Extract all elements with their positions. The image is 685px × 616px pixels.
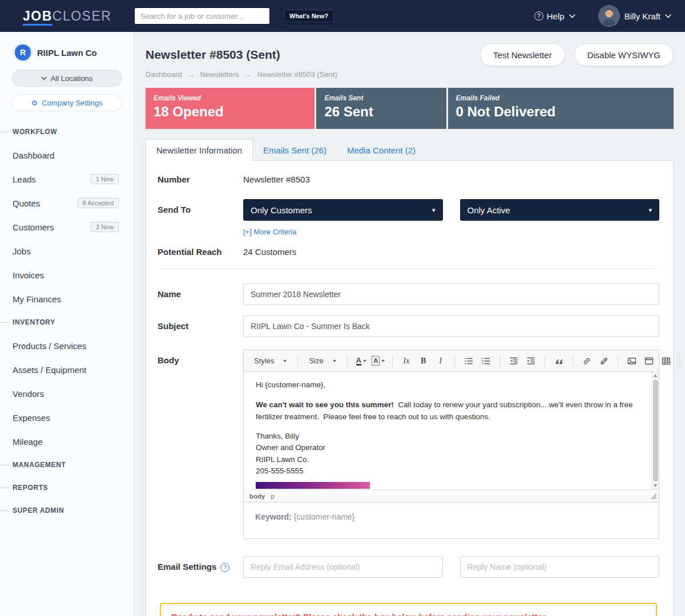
insert-image-button[interactable] <box>624 354 639 368</box>
numbered-list-icon <box>464 356 473 366</box>
caret-down-icon <box>333 360 336 362</box>
sidebar-item-expenses[interactable]: Expenses <box>0 406 134 429</box>
italic-button[interactable]: I <box>433 354 448 368</box>
insert-table-button[interactable] <box>659 354 674 368</box>
sidebar-item-jobs[interactable]: Jobs <box>0 239 134 263</box>
body-label: Body <box>158 350 243 539</box>
increase-indent-button[interactable] <box>523 354 538 368</box>
test-newsletter-button[interactable]: Test Newsletter <box>480 43 565 66</box>
scroll-down-icon[interactable] <box>652 482 659 489</box>
potential-reach-value: 24 Customers <box>243 247 659 257</box>
link-button[interactable] <box>579 354 594 368</box>
gear-icon: ⚙ <box>31 99 38 107</box>
chevron-down-icon <box>41 76 47 80</box>
send-to-select[interactable]: Only Customers ▾ <box>243 199 443 221</box>
bold-button[interactable]: B <box>416 354 431 368</box>
path-body[interactable]: body <box>249 493 265 500</box>
breadcrumb-newsletters[interactable]: Newsletters <box>200 70 239 79</box>
decrease-indent-button[interactable] <box>506 354 521 368</box>
all-locations-dropdown[interactable]: All Locations <box>11 70 122 87</box>
toolbar-separator <box>392 355 393 367</box>
help-question-icon[interactable]: ? <box>220 563 229 572</box>
send-to-row: Send To Only Customers ▾ Only Active ▾ [… <box>158 199 659 237</box>
editor-bold-text: We can't wait to see you this summer! <box>256 400 394 409</box>
tab-emails-sent[interactable]: Emails Sent (26) <box>253 140 337 160</box>
user-name[interactable]: Billy Kraft <box>624 11 660 21</box>
background-color-button[interactable]: A <box>371 354 386 368</box>
styles-dropdown[interactable]: Styles <box>248 356 292 365</box>
signature-line: Owner and Operator <box>256 442 642 453</box>
breadcrumb-dashboard[interactable]: Dashboard <box>146 70 182 79</box>
bullet-list-icon <box>481 356 490 366</box>
stat-emails-viewed: Emails Viewed 18 Opened <box>146 88 315 129</box>
body-row: Body Styles Size <box>158 350 659 539</box>
scrollbar-thumb[interactable] <box>653 380 658 481</box>
unlink-button[interactable] <box>597 354 611 368</box>
unlink-icon <box>599 356 609 366</box>
global-search-input[interactable] <box>134 7 270 25</box>
editor-status-bar: bodyp <box>244 489 659 502</box>
tab-media-content[interactable]: Media Content (2) <box>337 140 426 160</box>
whats-new-button[interactable]: What's New? <box>284 10 334 22</box>
reply-name-input[interactable] <box>460 556 660 578</box>
reply-email-input[interactable] <box>243 556 443 578</box>
stats-bar: Emails Viewed 18 Opened Emails Sent 26 S… <box>146 88 674 129</box>
send-warning-banner: Ready to send your newsletter? Please ch… <box>160 603 657 616</box>
signature-line: Thanks, Billy <box>256 431 642 442</box>
chevron-down-icon <box>665 14 671 18</box>
sidebar-item-dashboard[interactable]: Dashboard <box>0 143 134 167</box>
sidebar-nav: WORKFLOW Dashboard Leads1 New Quotes8 Ac… <box>0 120 134 522</box>
nav-section-management[interactable]: MANAGEMENT <box>0 453 134 476</box>
editor-toolbar: Styles Size A <box>244 350 659 372</box>
text-color-button[interactable]: A <box>354 354 369 368</box>
sidebar-item-vendors[interactable]: Vendors <box>0 382 134 406</box>
logo-light: CLOSER <box>53 9 112 23</box>
breadcrumb-current: Newsletter #8503 (Sent) <box>257 70 337 79</box>
app-logo[interactable]: JOBCLOSER <box>23 9 111 26</box>
newsletter-subject-input[interactable] <box>243 315 659 337</box>
insert-embed-button[interactable] <box>642 354 656 368</box>
more-criteria-link[interactable]: [+] More Criteria <box>243 228 297 236</box>
remove-format-button[interactable]: Ix <box>399 354 414 368</box>
sidebar-item-products-services[interactable]: Products / Services <box>0 334 134 358</box>
caret-down-icon <box>381 360 385 362</box>
send-to-label: Send To <box>158 199 243 237</box>
tabs: Newsletter Information Emails Sent (26) … <box>146 139 674 160</box>
sidebar-item-quotes[interactable]: Quotes8 Accepted <box>0 191 134 215</box>
sidebar-item-leads[interactable]: Leads1 New <box>0 167 134 191</box>
help-menu[interactable]: ? Help <box>534 11 575 21</box>
company-settings-button[interactable]: ⚙ Company Settings <box>11 94 122 111</box>
link-icon <box>582 356 591 366</box>
blockquote-button[interactable] <box>551 354 566 368</box>
leads-badge: 1 New <box>91 174 119 184</box>
user-avatar[interactable] <box>599 6 619 26</box>
help-label: Help <box>547 11 565 21</box>
newsletter-form-card: Number Newsletter #8503 Send To Only Cus… <box>146 160 674 616</box>
sidebar-item-assets-equipment[interactable]: Assets / Equipment <box>0 358 134 382</box>
disable-wysiwyg-button[interactable]: Disable WYSIWYG <box>574 43 674 66</box>
nav-section-super-admin[interactable]: SUPER ADMIN <box>0 499 134 522</box>
numbered-list-button[interactable] <box>461 354 476 368</box>
scroll-up-icon[interactable] <box>652 372 659 379</box>
company-header[interactable]: R RIIPL Lawn Co <box>0 32 134 70</box>
remove-format-icon: Ix <box>403 356 409 366</box>
tab-newsletter-information[interactable]: Newsletter Information <box>146 139 253 161</box>
path-p[interactable]: p <box>271 493 274 500</box>
editor-content[interactable]: Hi {customer-name}, We can't wait to see… <box>244 372 659 489</box>
size-dropdown[interactable]: Size <box>303 356 341 365</box>
send-to-status-select[interactable]: Only Active ▾ <box>460 199 660 221</box>
sidebar-item-customers[interactable]: Customers3 New <box>0 215 134 239</box>
sidebar-item-invoices[interactable]: Invoices <box>0 263 134 287</box>
newsletter-name-input[interactable] <box>243 283 659 305</box>
body-editor-wrap: Styles Size A <box>243 350 659 539</box>
sidebar-item-mileage[interactable]: Mileage <box>0 429 134 453</box>
increase-indent-icon <box>526 356 535 366</box>
bullet-list-button[interactable] <box>478 354 493 368</box>
all-locations-label: All Locations <box>51 74 93 83</box>
nav-section-reports[interactable]: REPORTS <box>0 476 134 499</box>
sidebar-item-my-finances[interactable]: My Finances <box>0 287 134 311</box>
editor-scrollbar[interactable] <box>651 372 659 489</box>
arrow-right-icon: → <box>244 70 252 79</box>
signature-line: 205-555-5555 <box>256 465 642 477</box>
resize-grip-icon[interactable] <box>650 493 656 499</box>
